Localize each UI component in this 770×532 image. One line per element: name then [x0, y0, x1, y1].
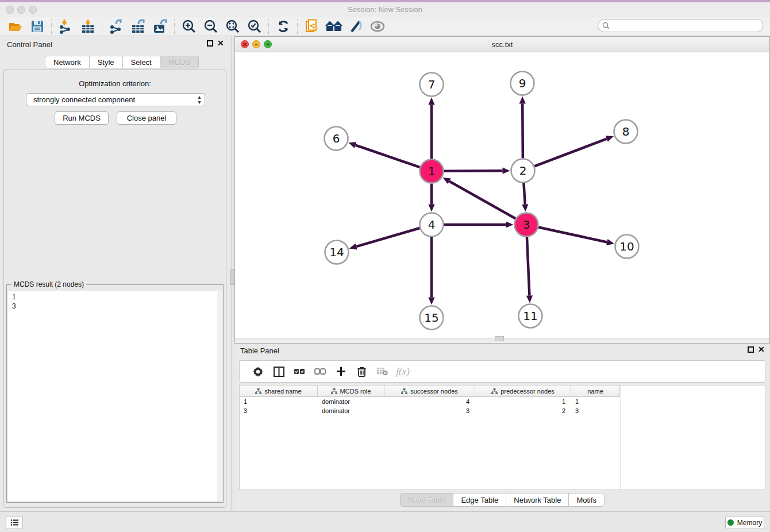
tab-network[interactable]: Network	[45, 56, 90, 68]
network-window-titlebar[interactable]: ✕ − ＋ scc.txt	[235, 37, 769, 52]
column-header-predecessor-nodes[interactable]: predecessor nodes	[475, 385, 571, 397]
open-session-icon[interactable]	[5, 18, 26, 35]
export-image-icon[interactable]	[149, 18, 171, 35]
first-neighbors-icon[interactable]	[323, 18, 345, 35]
node-label-15: 15	[424, 311, 438, 325]
network-canvas[interactable]: 7968124314101511	[235, 52, 769, 338]
tab-motifs[interactable]: Motifs	[569, 493, 605, 507]
criterion-dropdown[interactable]: strongly connected component ▲▼	[26, 93, 205, 106]
cell-name[interactable]: 3	[571, 406, 620, 415]
zoom-selected-icon[interactable]	[244, 18, 265, 35]
cell-shared-name[interactable]: 3	[240, 406, 318, 415]
tab-network-table[interactable]: Network Table	[506, 493, 569, 507]
network-bottom-divider[interactable]	[235, 338, 769, 343]
table-close-icon[interactable]: ✕	[758, 345, 765, 354]
table-row[interactable]: 3dominator323	[240, 406, 620, 415]
edge-3-1[interactable]	[449, 181, 515, 218]
cell-successor-nodes[interactable]: 4	[384, 397, 475, 406]
memory-button[interactable]: Memory	[725, 516, 764, 529]
close-panel-icon[interactable]: ✕	[217, 38, 224, 48]
mcds-result-list[interactable]: 1 3	[8, 291, 222, 501]
toolbar-separator	[297, 19, 298, 34]
export-network-icon[interactable]	[106, 18, 128, 35]
zoom-fit-icon[interactable]	[222, 18, 244, 35]
tab-mcds[interactable]: MCDS	[160, 56, 199, 68]
zoom-out-icon[interactable]	[200, 18, 222, 35]
table-body: 1dominator4113dominator323	[240, 397, 620, 415]
network-view-window: ✕ − ＋ scc.txt 7968124314101511	[234, 36, 770, 344]
import-table-icon[interactable]	[77, 18, 99, 35]
run-mcds-button[interactable]: Run MCDS	[55, 111, 109, 125]
tab-node-table[interactable]: Node Table	[400, 493, 454, 507]
column-header-successor-nodes[interactable]: successor nodes	[384, 385, 475, 397]
tab-select[interactable]: Select	[123, 56, 160, 68]
cell-MCDS-role[interactable]: dominator	[318, 397, 384, 406]
close-panel-button[interactable]: Close panel	[117, 111, 176, 125]
search-box[interactable]	[598, 19, 763, 32]
column-header-shared-name[interactable]: shared name	[240, 385, 318, 397]
node-table[interactable]: shared nameMCDS rolesuccessor nodesprede…	[239, 385, 765, 490]
network-window-title: scc.txt	[235, 40, 769, 49]
search-icon	[602, 22, 610, 29]
delete-column-trash-icon[interactable]	[351, 363, 372, 380]
zoom-in-icon[interactable]	[178, 18, 200, 35]
edge-4-14[interactable]	[356, 228, 419, 246]
cell-predecessor-nodes[interactable]: 1	[475, 397, 571, 406]
select-all-rows-icon[interactable]	[289, 363, 310, 380]
optimization-criterion-label: Optimization criterion:	[4, 79, 226, 88]
table-row[interactable]: 1dominator411	[240, 397, 620, 406]
float-panel-icon[interactable]	[207, 40, 213, 47]
edge-2-8[interactable]	[534, 139, 607, 167]
cell-MCDS-role[interactable]: dominator	[318, 406, 384, 415]
edge-arrowhead	[606, 136, 614, 141]
edge-arrowhead	[502, 168, 510, 174]
network-divider-grip[interactable]	[495, 336, 504, 341]
tab-edge-table[interactable]: Edge Table	[453, 493, 506, 507]
window-title: Session: New Session	[0, 5, 770, 14]
select-columns-icon[interactable]	[268, 363, 289, 380]
edge-arrowhead	[606, 239, 614, 245]
table-float-icon[interactable]	[748, 346, 754, 353]
create-column-plus-icon[interactable]	[330, 363, 351, 380]
table-tabs: Node TableEdge TableNetwork TableMotifs	[234, 490, 770, 510]
table-panel-header: Table Panel ✕	[234, 344, 770, 360]
result-scrollbar[interactable]	[217, 291, 222, 501]
cell-shared-name[interactable]: 1	[240, 397, 318, 406]
cell-successor-nodes[interactable]: 3	[384, 406, 475, 415]
network-graph[interactable]: 7968124314101511	[235, 52, 769, 338]
edge-2-9[interactable]	[522, 103, 523, 158]
deselect-all-rows-icon[interactable]	[310, 363, 330, 380]
edge-1-2[interactable]	[444, 171, 502, 171]
export-table-icon[interactable]	[128, 18, 149, 35]
column-header-name[interactable]: name	[571, 385, 620, 397]
edge-3-11[interactable]	[527, 237, 529, 295]
toolbar-separator	[268, 19, 270, 34]
new-network-from-file-icon[interactable]	[301, 18, 323, 35]
table-header-row: shared nameMCDS rolesuccessor nodesprede…	[240, 385, 620, 397]
refresh-icon[interactable]	[272, 18, 294, 35]
hierarchy-icon	[255, 388, 261, 394]
cell-predecessor-nodes[interactable]: 2	[475, 406, 571, 415]
cell-name[interactable]: 1	[571, 397, 620, 406]
toolbar-separator	[51, 19, 52, 34]
memory-status-icon	[727, 519, 734, 526]
edge-3-10[interactable]	[538, 228, 607, 242]
edge-arrowhead	[506, 221, 514, 228]
hide-details-eye-icon[interactable]	[367, 18, 388, 35]
column-header-MCDS-role[interactable]: MCDS role	[318, 385, 384, 397]
table-settings-gear-icon[interactable]	[248, 363, 268, 380]
hierarchy-icon	[491, 388, 498, 394]
panel-divider[interactable]	[230, 36, 234, 511]
search-input[interactable]	[612, 21, 763, 30]
memory-label: Memory	[737, 519, 762, 527]
show-panels-list-button[interactable]	[6, 516, 23, 529]
tab-style[interactable]: Style	[90, 56, 123, 68]
delete-table-icon[interactable]	[372, 363, 392, 380]
edge-2-3[interactable]	[523, 183, 525, 204]
import-network-icon[interactable]	[55, 18, 77, 35]
edge-1-6[interactable]	[356, 145, 420, 167]
save-session-icon[interactable]	[26, 18, 48, 35]
show-graphics-details-icon[interactable]	[345, 18, 367, 35]
edge-arrowhead	[428, 205, 434, 212]
edge-arrowhead	[428, 298, 434, 305]
